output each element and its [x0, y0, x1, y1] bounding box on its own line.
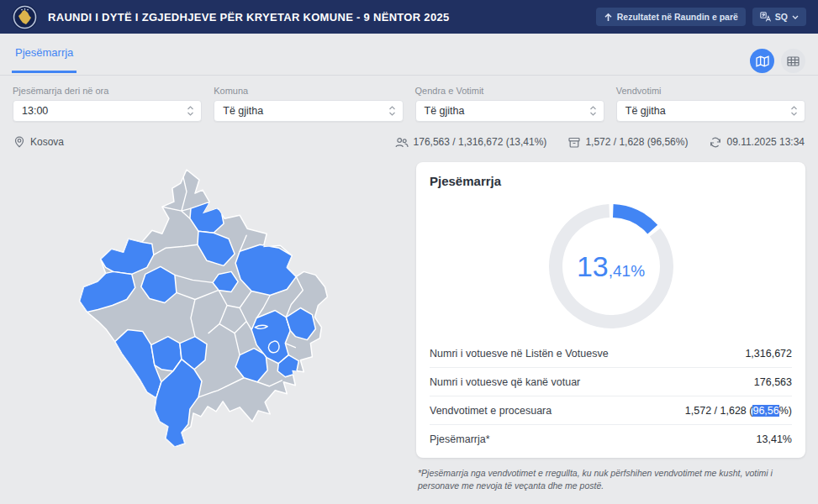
- filter-polling-station-select[interactable]: Të gjitha: [616, 100, 805, 122]
- ballot-box-icon: [568, 137, 580, 148]
- table-row: Numri i votuesve që kanë votuar 176,563: [430, 368, 792, 396]
- updated-stat-value: 09.11.2025 13:34: [726, 136, 805, 148]
- footnote: *Pjesëmarrja nga vendvotimet e rregullta…: [418, 467, 798, 492]
- up-down-chevrons-icon: [589, 105, 597, 117]
- map-view-button[interactable]: [750, 49, 774, 73]
- region-name: Kosova: [30, 136, 64, 148]
- voters-stat: 176,563 / 1,316,672 (13,41%): [395, 136, 547, 148]
- page-title: RAUNDI I DYTË I ZGJEDHJEVE PËR KRYETAR K…: [48, 11, 586, 24]
- filter-voting-center-select[interactable]: Të gjitha: [415, 100, 604, 122]
- filter-polling-station-label: Vendvotimi: [616, 86, 805, 96]
- app-root: RAUNDI I DYTË I ZGJEDHJEVE PËR KRYETAR K…: [0, 0, 818, 504]
- table-view-button[interactable]: [781, 49, 805, 73]
- users-icon: [395, 137, 409, 148]
- table-row: Numri i votuesve në Listën e Votuesve 1,…: [430, 339, 792, 368]
- region-indicator: Kosova: [13, 136, 64, 148]
- first-round-results-button[interactable]: Rezultatet në Raundin e parë: [596, 8, 746, 26]
- table-icon: [787, 56, 800, 66]
- donut-center-label: 13 ,41%: [540, 195, 683, 338]
- translate-icon: [760, 12, 771, 22]
- stations-stat-value: 1,572 / 1,628 (96,56%): [585, 136, 688, 148]
- up-down-chevrons-icon: [187, 105, 194, 117]
- language-button[interactable]: SQ: [752, 8, 806, 26]
- chevron-down-icon: [792, 15, 799, 19]
- filter-voting-center: Qendra e Votimit Të gjitha: [415, 86, 604, 122]
- table-row: Vendvotimet e procesuara 1,572 / 1,628 (…: [430, 396, 792, 425]
- updated-stat: 09.11.2025 13:34: [710, 136, 805, 148]
- status-bar: Kosova 176,563 / 1,316,672 (13,41%): [0, 131, 818, 153]
- map-icon: [756, 55, 769, 67]
- filter-polling-station: Vendvotimi Të gjitha: [616, 86, 805, 122]
- voters-stat-value: 176,563 / 1,316,672 (13,41%): [414, 136, 547, 148]
- filter-time: Pjesëmarrja deri në ora 13:00: [13, 86, 202, 122]
- status-stats: 176,563 / 1,316,672 (13,41%) 1,572 / 1,6…: [395, 136, 805, 148]
- view-toggle: [750, 49, 805, 73]
- filter-voting-center-label: Qendra e Votimit: [415, 86, 604, 96]
- participation-table: Numri i votuesve në Listën e Votuesve 1,…: [430, 339, 792, 454]
- header-actions: Rezultatet në Raundin e parë SQ: [596, 8, 806, 26]
- tab-participation[interactable]: Pjesëmarrja: [12, 34, 77, 73]
- map-pin-icon: [13, 136, 25, 148]
- stations-stat: 1,572 / 1,628 (96,56%): [568, 136, 688, 148]
- filter-municipality-label: Komuna: [214, 86, 403, 96]
- header: RAUNDI I DYTË I ZGJEDHJEVE PËR KRYETAR K…: [0, 0, 818, 34]
- up-down-chevrons-icon: [388, 105, 396, 117]
- kosovo-map[interactable]: [74, 165, 328, 447]
- card-title: Pjesëmarrja: [430, 174, 792, 188]
- filter-time-label: Pjesëmarrja deri në ora: [13, 86, 202, 96]
- refresh-icon: [710, 137, 721, 148]
- filters-row: Pjesëmarrja deri në ora 13:00 Komuna Të …: [0, 77, 818, 122]
- filter-municipality: Komuna Të gjitha: [214, 86, 403, 122]
- participation-card: Pjesëmarrja 13 ,41% Numri i votuesve në …: [416, 162, 805, 458]
- up-down-chevrons-icon: [790, 105, 798, 117]
- kosovo-map-svg: [74, 165, 328, 447]
- filter-time-select[interactable]: 13:00: [13, 100, 202, 122]
- table-row: Pjesëmarrja* 13,41%: [430, 425, 792, 454]
- participation-donut: 13 ,41%: [540, 195, 683, 338]
- selected-text: 96,56: [752, 405, 778, 417]
- tab-bar: Pjesëmarrja: [0, 34, 818, 76]
- filter-municipality-select[interactable]: Të gjitha: [214, 100, 403, 122]
- kqz-logo-icon: [12, 4, 38, 30]
- arrow-up-icon: [604, 13, 613, 22]
